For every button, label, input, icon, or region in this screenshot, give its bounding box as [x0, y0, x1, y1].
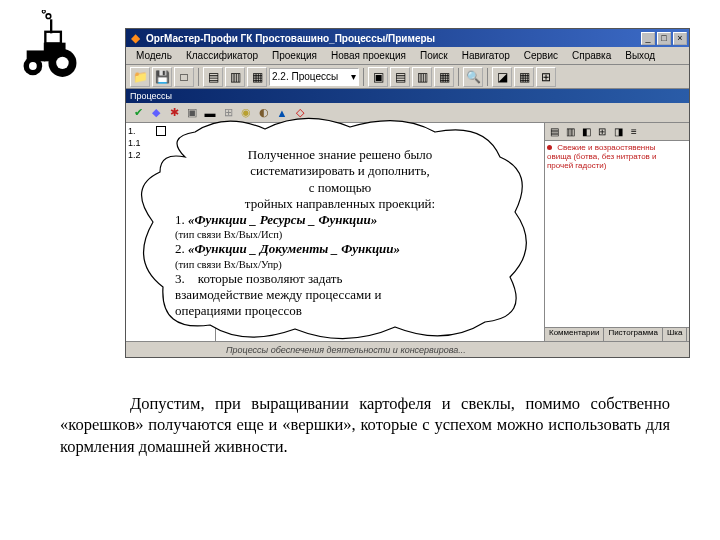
close-button[interactable]: ×	[673, 32, 687, 45]
sub-titlebar: Процессы	[126, 89, 689, 103]
process-combo[interactable]: 2.2. Процессы ▾	[269, 68, 359, 86]
bubble-p3: 3. которые позволяют задать	[175, 271, 505, 287]
save-icon[interactable]: 💾	[152, 67, 172, 87]
app-icon: ◆	[128, 31, 142, 45]
combo-value: 2.2. Процессы	[272, 71, 338, 82]
tab-comments[interactable]: Комментарии	[545, 328, 604, 341]
menubar: Модель Классификатор Проекция Новая прое…	[126, 47, 689, 65]
dot-icon	[547, 145, 552, 150]
menu-exit[interactable]: Выход	[619, 49, 661, 62]
menu-service[interactable]: Сервис	[518, 49, 564, 62]
tree-icon[interactable]: ⊞	[536, 67, 556, 87]
bubble-p1-sub: (тип связи Вх/Вых/Исп)	[175, 228, 505, 241]
svg-point-9	[42, 10, 45, 13]
svg-point-4	[29, 62, 37, 70]
right-panel: ▤ ▥ ◧ ⊞ ◨ ≡ Свежие и возра­остявенны ови…	[544, 123, 689, 341]
right-entry[interactable]: Свежие и возра­остявенны овища (ботва, б…	[547, 143, 687, 170]
right-tabs: Комментарии Пистограмма Шка	[545, 327, 689, 341]
chevron-down-icon: ▾	[351, 71, 356, 82]
menu-model[interactable]: Модель	[130, 49, 178, 62]
doc2-icon[interactable]: ▥	[225, 67, 245, 87]
svg-rect-7	[50, 19, 52, 33]
thought-bubble: Полученное знание решено было систематиз…	[135, 117, 530, 342]
caption-text: Допустим, при выращивании картофеля и св…	[60, 393, 670, 457]
binoculars-icon[interactable]: 🔍	[463, 67, 483, 87]
doc1-icon[interactable]: ▤	[203, 67, 223, 87]
menu-search[interactable]: Поиск	[414, 49, 454, 62]
action1-icon[interactable]: ▣	[368, 67, 388, 87]
rtool5-icon[interactable]: ◨	[611, 125, 625, 139]
folder-icon[interactable]: 📁	[130, 67, 150, 87]
menu-projection[interactable]: Проекция	[266, 49, 323, 62]
minimize-button[interactable]: _	[641, 32, 655, 45]
bubble-line1: Полученное знание решено было	[175, 147, 505, 163]
tab-pictogram[interactable]: Пистограмма	[604, 328, 663, 341]
bubble-p1: 1. «Функции _ Ресурсы _ Функции»	[175, 212, 505, 228]
svg-rect-1	[45, 32, 61, 44]
svg-point-8	[46, 14, 51, 19]
tab-scale[interactable]: Шка	[663, 328, 687, 341]
bubble-line3: с помощью	[175, 180, 505, 196]
rtool4-icon[interactable]: ⊞	[595, 125, 609, 139]
bubble-p3-3: операциями процессов	[175, 303, 505, 319]
svg-point-6	[56, 57, 68, 69]
right-body: Свежие и возра­остявенны овища (ботва, б…	[545, 141, 689, 327]
chart-icon[interactable]: ◪	[492, 67, 512, 87]
main-toolbar: 📁 💾 □ ▤ ▥ ▦ 2.2. Процессы ▾ ▣ ▤ ▥ ▦ 🔍 ◪ …	[126, 65, 689, 89]
bubble-p2: 2. «Функции _ Документы _ Функции»	[175, 241, 505, 257]
maximize-button[interactable]: □	[657, 32, 671, 45]
bubble-line2: систематизировать и дополнить,	[175, 163, 505, 179]
bubble-p3-2: взаимодействие между процессами и	[175, 287, 505, 303]
rtool3-icon[interactable]: ◧	[579, 125, 593, 139]
menu-navigator[interactable]: Навигатор	[456, 49, 516, 62]
window-title: ОргМастер-Профи ГК Простовашино_Процессы…	[146, 33, 641, 44]
status-right: Процессы обеспечения деятельности и конс…	[220, 345, 685, 355]
menu-classifier[interactable]: Классификатор	[180, 49, 264, 62]
menu-new-projection[interactable]: Новая проекция	[325, 49, 412, 62]
rtool2-icon[interactable]: ▥	[563, 125, 577, 139]
action4-icon[interactable]: ▦	[434, 67, 454, 87]
statusbar: Процессы обеспечения деятельности и конс…	[126, 341, 689, 357]
action3-icon[interactable]: ▥	[412, 67, 432, 87]
action2-icon[interactable]: ▤	[390, 67, 410, 87]
rtool1-icon[interactable]: ▤	[547, 125, 561, 139]
bubble-line4: тройных направленных проекций:	[175, 196, 505, 212]
menu-help[interactable]: Справка	[566, 49, 617, 62]
new-icon[interactable]: □	[174, 67, 194, 87]
titlebar: ◆ ОргМастер-Профи ГК Простовашино_Процес…	[126, 29, 689, 47]
rtool6-icon[interactable]: ≡	[627, 125, 641, 139]
sub-title: Процессы	[130, 91, 172, 101]
tractor-logo	[10, 10, 90, 80]
doc3-icon[interactable]: ▦	[247, 67, 267, 87]
right-toolbar: ▤ ▥ ◧ ⊞ ◨ ≡	[545, 123, 689, 141]
grid-icon[interactable]: ▦	[514, 67, 534, 87]
bubble-p2-sub: (тип связи Вх/Вых/Упр)	[175, 258, 505, 271]
